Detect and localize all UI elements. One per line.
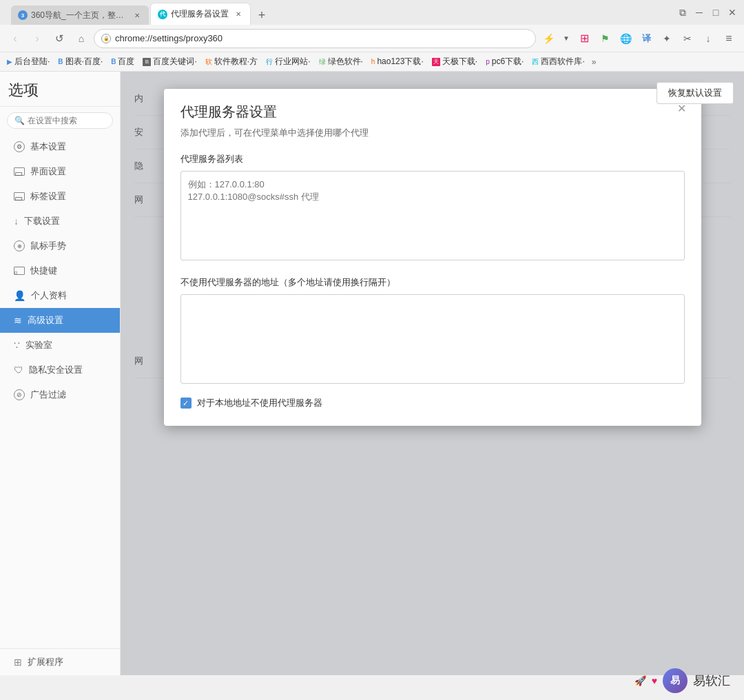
right-content: 恢复默认设置 内 安 隐 网 网 代理服务器设 [121,72,744,675]
proxy-list-textarea[interactable] [180,171,685,260]
tab-1[interactable]: 3 360导航_一个主页，整个世界 ✕ [11,6,149,25]
mouse-icon: ⊕ [14,240,25,251]
bm-icon-9: 天 [432,58,440,66]
advanced-label: 高级设置 [28,314,63,327]
bookmark-software-tutorial[interactable]: 软 软件教程·方 [201,54,262,69]
refresh-button[interactable]: ↺ [50,29,69,48]
bookmark-hao123[interactable]: h hao123下载· [367,54,428,69]
maximize-icon[interactable]: □ [710,6,722,19]
brand-logo-text: 易 [670,675,680,687]
bookmark-tianji[interactable]: 天 天极下载· [428,54,482,69]
extension-icon: ⊞ [14,657,22,668]
bm-label-9: 天极下载· [442,56,477,68]
restore-icon[interactable]: ⧉ [676,6,689,19]
bookmark-pc6[interactable]: p pc6下载· [482,54,528,69]
tab2-label: 代理服务器设置 [171,8,229,20]
sidebar-item-tabs[interactable]: ▭ 标签设置 [0,184,120,209]
bm-icon-10: p [486,58,490,65]
grid-icon[interactable]: ⊞ [575,29,594,48]
main-area: 选项 🔍 ⚙ 基本设置 ▭ 界面设置 ▭ 标签设置 ↓ [0,72,744,675]
bookmark-green-sw[interactable]: 绿 绿色软件· [315,54,367,69]
globe-icon[interactable]: 🌐 [616,29,635,48]
lightning-icon[interactable]: ⚡ [539,29,558,48]
check-mark: ✓ [183,399,189,408]
advanced-icon: ≋ [14,315,22,326]
flag-icon[interactable]: ⚑ [595,29,614,48]
restore-btn-container: 恢复默认设置 [657,82,734,104]
sidebar-item-extension[interactable]: ⊞ 扩展程序 [14,656,106,668]
interface-icon: ▭ [14,167,25,176]
bm-icon-5: 软 [205,57,212,67]
sidebar-search-box[interactable]: 🔍 [7,112,113,129]
address-text: chrome://settings/proxy360 [115,33,528,43]
restore-default-button[interactable]: 恢复默认设置 [657,82,734,104]
sidebar-item-download[interactable]: ↓ 下载设置 [0,209,120,234]
tab-2[interactable]: 代 代理服务器设置 ✕ [150,3,251,25]
sidebar-item-interface[interactable]: ▭ 界面设置 [0,159,120,184]
ext-icon[interactable]: ✦ [657,29,676,48]
new-tab-button[interactable]: + [252,6,271,25]
nav-right-icons: ⚡ ▼ ⊞ ⚑ 🌐 译 ✦ ✂ ↓ ≡ [539,29,738,48]
bookmarks-more[interactable]: » [589,56,599,68]
window-controls: ⧉ ─ □ ✕ [676,6,738,19]
address-bar[interactable]: 🔒 chrome://settings/proxy360 [94,29,536,48]
close-icon[interactable]: ✕ [726,6,738,19]
sidebar-header-area: 选项 [0,72,120,107]
tab2-favicon: 代 [158,10,167,19]
extension-label: 扩展程序 [28,656,63,668]
shortcut-icon: ▫ [14,267,25,275]
title-bar: 3 360导航_一个主页，整个世界 ✕ 代 代理服务器设置 ✕ + ⧉ ─ □ … [0,0,744,25]
profile-label: 个人资料 [31,289,67,302]
translate-icon[interactable]: 译 [637,29,656,48]
sidebar-item-lab[interactable]: ∵ 实验室 [0,333,120,358]
bookmark-industry[interactable]: 行 行业网站· [262,54,314,69]
search-input[interactable] [28,116,105,125]
bm-label-11: 西西软件库· [541,56,584,68]
dialog-header: 代理服务器设置 添加代理后，可在代理菜单中选择使用哪个代理 [164,89,701,146]
tab2-close[interactable]: ✕ [234,10,243,19]
bm-label-8: hao123下载· [377,56,423,68]
no-proxy-textarea[interactable] [180,294,685,384]
shortcut-label: 快捷键 [30,265,57,277]
bookmark-backend[interactable]: ▶ 后台登陆· [3,54,54,69]
no-proxy-label: 不使用代理服务器的地址（多个地址请使用换行隔开） [180,276,685,289]
dialog-subtitle: 添加代理后，可在代理菜单中选择使用哪个代理 [180,127,685,139]
local-checkbox[interactable]: ✓ [180,398,192,409]
back-button[interactable]: ‹ [6,29,25,48]
sidebar-item-profile[interactable]: 👤 个人资料 [0,283,120,308]
basic-icon: ⚙ [14,141,25,152]
sidebar-item-adblock[interactable]: ⊘ 广告过滤 [0,382,120,407]
sidebar-item-basic[interactable]: ⚙ 基本设置 [0,134,120,159]
sidebar-bottom-section: ⊞ 扩展程序 [0,648,120,675]
bm-label-1: 后台登陆· [14,56,50,68]
bm-icon-6: 行 [266,57,273,67]
scissors-icon[interactable]: ✂ [678,29,697,48]
download-nav-icon[interactable]: ↓ [699,29,718,48]
bm-label-3: 百度 [118,56,134,68]
sidebar-nav: ⚙ 基本设置 ▭ 界面设置 ▭ 标签设置 ↓ 下载设置 ⊕ 鼠标手势 ▫ 快捷键 [0,134,120,648]
bookmark-baidu-kw[interactable]: B 百度关键词· [138,54,200,69]
sidebar-item-advanced[interactable]: ≋ 高级设置 [0,308,120,333]
menu-icon[interactable]: ≡ [719,29,738,48]
home-button[interactable]: ⌂ [72,29,91,48]
bookmark-baidu-chart[interactable]: B 图表·百度· [54,54,107,69]
bookmark-baidu[interactable]: B 百度 [107,54,138,69]
tab1-close[interactable]: ✕ [132,10,142,20]
bm-icon-3: B [111,58,116,65]
forward-button[interactable]: › [28,29,47,48]
left-sidebar: 选项 🔍 ⚙ 基本设置 ▭ 界面设置 ▭ 标签设置 ↓ [0,72,121,675]
dialog-title: 代理服务器设置 [180,103,685,121]
tab1-label: 360导航_一个主页，整个世界 [31,10,127,21]
bm-icon-2: B [58,58,63,65]
sidebar-item-shortcut[interactable]: ▫ 快捷键 [0,258,120,283]
sidebar-item-privacy[interactable]: 🛡 隐私安全设置 [0,358,120,382]
dropdown-icon[interactable]: ▼ [559,29,573,48]
bm-label-4: 百度关键词· [153,56,196,68]
bm-label-2: 图表·百度· [65,56,103,68]
sidebar-item-mouse[interactable]: ⊕ 鼠标手势 [0,234,120,258]
bookmark-xixi[interactable]: 西 西西软件库· [528,54,588,69]
bm-icon-7: 绿 [319,57,326,67]
minimize-icon[interactable]: ─ [693,6,705,19]
brand-name: 易软汇 [693,672,730,689]
privacy-icon: 🛡 [14,364,23,375]
